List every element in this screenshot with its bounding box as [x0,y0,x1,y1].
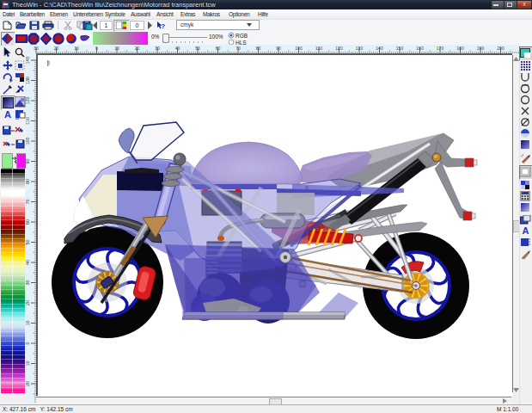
svg-text:40: 40 [26,260,30,265]
svg-text:100: 100 [295,46,303,51]
svg-text:0: 0 [26,342,30,344]
svg-text:100: 100 [26,137,30,145]
svg-text:20: 20 [54,46,59,51]
svg-text:150: 150 [396,46,404,51]
svg-text:90: 90 [26,158,30,163]
svg-text:50: 50 [195,46,200,51]
svg-text:30: 30 [34,46,39,51]
svg-text:?: ? [161,22,165,30]
svg-text:50: 50 [26,239,30,244]
svg-text:60: 60 [26,219,30,225]
svg-text:70: 70 [26,199,30,204]
svg-text:70: 70 [235,46,241,51]
svg-text:130: 130 [356,46,364,51]
svg-text:10: 10 [74,46,79,51]
svg-text:10: 10 [26,361,30,366]
svg-text:20: 20 [26,300,30,305]
svg-text:90: 90 [276,46,281,51]
svg-text:10: 10 [114,46,119,51]
svg-text:110: 110 [315,46,322,51]
svg-text:140: 140 [376,46,383,51]
svg-text:30: 30 [26,280,30,285]
svg-text:80: 80 [256,46,261,51]
svg-text:10: 10 [26,320,30,325]
svg-text:110: 110 [26,117,30,125]
svg-text:180: 180 [456,46,464,51]
svg-text:20: 20 [135,46,140,51]
svg-text:120: 120 [26,96,30,104]
svg-text:140: 140 [26,56,30,64]
svg-text:40: 40 [175,46,180,51]
svg-text:200: 200 [497,46,504,51]
svg-text:RGB: RGB [235,33,248,39]
svg-text:130: 130 [26,77,30,84]
svg-text:80: 80 [26,179,30,184]
svg-text:170: 170 [437,46,444,51]
svg-text:120: 120 [335,46,343,51]
svg-text:60: 60 [216,46,221,51]
svg-text:160: 160 [416,46,424,51]
svg-text:190: 190 [477,46,485,51]
svg-text:20: 20 [26,381,30,386]
svg-text:0: 0 [95,46,98,51]
svg-text:30: 30 [155,46,160,51]
